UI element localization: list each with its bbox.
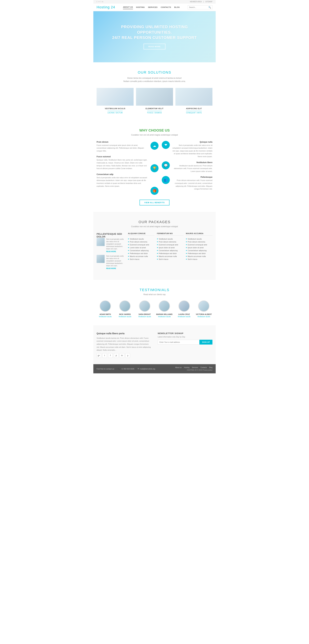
footer-nav-bottom: About us Hosting Services Contacts Blog	[175, 366, 212, 368]
why-item-4-text: Sed ut perspiciatis undis iste natus err…	[172, 144, 212, 158]
packages-section: OUR PACKAGES Curabitur non orci sit amet…	[93, 212, 216, 280]
solutions-subtitle: Donec lectus leo consequat sit amet vive…	[96, 76, 212, 83]
why-item-4-title: Quisque nulla	[172, 141, 212, 143]
footer-pinterest-icon[interactable]: p	[114, 353, 118, 358]
pkg-item-1: Sed ut perspiciatis undis iste natus err…	[96, 238, 126, 252]
list-item: Ipsum dolor sit amet	[157, 246, 184, 249]
email-icon: ✉	[138, 368, 139, 370]
main-nav: ABOUT US HOSTING SERVICES CONTACTS BLOG	[123, 5, 180, 9]
footer-social-icons: g+ t f p in y	[96, 353, 151, 358]
why-text-3: Consectetuer adip Sed ut perspiciatis un…	[96, 173, 147, 188]
why-icon-gift: 🎁	[150, 187, 158, 195]
footer-facebook-icon[interactable]: f	[108, 353, 113, 358]
nav-hosting[interactable]: HOSTING	[136, 6, 145, 9]
footer-twitter-icon[interactable]: t	[102, 353, 107, 358]
newsletter-title: NEWSLETTER SIGNUP	[158, 332, 212, 334]
footer-youtube-icon[interactable]: y	[126, 353, 130, 358]
nav-about[interactable]: ABOUT US	[123, 5, 133, 9]
why-left-col: Proin dictum Fusce euismod consequat ant…	[96, 141, 147, 195]
linkedin-icon[interactable]: in	[102, 1, 103, 2]
why-item-2-text: Quisque nulla. Vestibulum libero nisl, p…	[96, 158, 147, 170]
solution-image-2	[136, 88, 173, 106]
nav-blog[interactable]: BLOG	[174, 6, 180, 9]
testimonials-subtitle: Read what our clients say	[96, 293, 212, 296]
avatar-nick-harris	[119, 300, 130, 312]
list-item: Pellentesque sed dolor	[157, 252, 184, 255]
testimonial-role-2: Vestibulum iaculis	[116, 316, 134, 318]
nav-services[interactable]: SERVICES	[148, 6, 158, 9]
footer-nav-hosting[interactable]: Hosting	[184, 366, 190, 368]
packages-col-1: ALIQUAM CONGUE Vestibulum iaculis Proin …	[128, 232, 154, 272]
why-text-6: Pellentesque Proin dictum elementum veli…	[172, 176, 212, 190]
logo[interactable]: Hosting 24	[96, 5, 115, 9]
hero-read-more-button[interactable]: READ MORE	[144, 44, 166, 50]
footer-about: Quisque nulla libero porta Vestibulum ia…	[96, 332, 151, 358]
testimonial-name-6: VICTORIA ALBERT	[195, 313, 212, 315]
testimonials-section: TESTIMONIALS Read what our clients say A…	[93, 280, 216, 326]
solutions-section: OUR SOLUTIONS Donec lectus leo consequat…	[93, 62, 216, 122]
why-item-4: Quisque nulla Sed ut perspiciatis undis …	[162, 141, 212, 158]
list-item: Vestibulum iaculis	[186, 238, 212, 240]
testimonial-card-4: MARIAN WILLIAMS Vestibulum iaculis	[156, 300, 173, 318]
why-item-6: Pellentesque Proin dictum elementum veli…	[162, 176, 212, 190]
pkg-read-more-2[interactable]: READ MORE	[106, 268, 126, 269]
newsletter-subtitle: Latest information only Day by Day	[158, 336, 212, 338]
member-area-link[interactable]: MEMBER AREA	[190, 1, 202, 2]
sitemap-link[interactable]: SITEMAP	[205, 1, 212, 2]
why-item-1-text: Fusce euismod consequat ante ipsum dolor…	[96, 144, 147, 152]
twitter-icon2[interactable]: ✦	[98, 1, 100, 2]
why-item-5-text: Vestibulum iaculis lacinia est. Proin di…	[172, 164, 212, 173]
list-item: Proin dictum elementu	[186, 240, 212, 243]
footer-nav-services[interactable]: Services	[192, 366, 198, 368]
why-item-5-title: Vestibulum libero	[172, 161, 212, 164]
testimonial-card-6: VICTORIA ALBERT Vestibulum iaculis	[195, 300, 212, 318]
footer-google-icon[interactable]: g+	[96, 353, 101, 358]
list-item: Lorem dolor sit amet	[128, 246, 154, 249]
search-input[interactable]	[189, 6, 208, 8]
pkg-item-1-content: Sed ut perspiciatis undis iste natus err…	[106, 238, 126, 252]
why-item-6-title: Pellentesque	[172, 176, 212, 178]
list-item: Consectetuer adipiscing	[128, 249, 154, 252]
testimonials-title: TESTIMONIALS	[96, 288, 212, 292]
why-item-6-text: Proin dictum elementum velit. Fusce euis…	[172, 179, 212, 190]
why-right-col: Quisque nulla Sed ut perspiciatis undis …	[162, 141, 212, 195]
packages-col-1-list: Vestibulum iaculis Proin dictum elementu…	[128, 238, 154, 261]
testimonial-card-5: LAURA CRUZ Vestibulum iaculis	[176, 300, 193, 318]
testimonial-name-4: MARIAN WILLIAMS	[156, 313, 173, 315]
solution-title-2: ELEMENTUM VELIT	[136, 108, 173, 110]
newsletter-signup-button[interactable]: SIGN UP	[200, 340, 212, 344]
solution-title-1: VESTIBULUM IACULIS	[96, 108, 134, 110]
list-item: Pellentesque sed dolor	[186, 252, 212, 255]
nav-contacts[interactable]: CONTACTS	[161, 6, 171, 9]
packages-col-1-heading: ALIQUAM CONGUE	[128, 232, 154, 236]
footer-nav-contacts[interactable]: Contacts	[200, 366, 207, 368]
solutions-grid: VESTIBULUM IACULIS LACINIA / DICTUM ELEM…	[96, 88, 212, 114]
testimonial-role-4: Vestibulum iaculis	[156, 316, 173, 318]
footer-nav-blog[interactable]: Blog	[209, 366, 212, 368]
list-item: Consectetuer adipiscing	[157, 249, 184, 252]
why-text-4: Quisque nulla Sed ut perspiciatis undis …	[172, 141, 212, 158]
pkg-read-more-1[interactable]: READ MORE	[106, 251, 126, 252]
footer-linkedin-icon[interactable]: in	[120, 353, 124, 358]
testimonial-role-5: Vestibulum iaculis	[176, 316, 193, 318]
facebook-icon[interactable]: f	[100, 1, 101, 2]
testimonial-name-5: LAURA CRUZ	[176, 313, 193, 315]
why-text-2: Fusce euismod Quisque nulla. Vestibulum …	[96, 156, 147, 170]
footer-copyright: HOSTING 24 © 2015 Privacy policy	[187, 369, 212, 371]
why-section: WHY CHOOSE US Curabitur non orci sit ame…	[93, 122, 216, 212]
footer-about-title: Quisque nulla libero porta	[96, 332, 151, 335]
solution-title-3: ADIPISCING ELIT	[176, 108, 212, 110]
view-benefits-button[interactable]: VIEW ALL BENEFITS	[140, 200, 170, 206]
search-button[interactable]: 🔍	[208, 6, 211, 8]
testimonial-name-2: NICK HARRIS	[116, 313, 134, 315]
list-item: Euismod consequat ante	[186, 243, 212, 246]
newsletter-email-input[interactable]	[158, 340, 200, 344]
top-bar-links: MEMBER AREA | SITEMAP	[190, 1, 212, 2]
avatar-victoria-albert	[198, 300, 210, 312]
packages-subtitle: Curabitur non orci sit amet magna sceler…	[96, 226, 212, 228]
pkg-item-2: Sed ut perspiciatis undis iste natus err…	[96, 255, 126, 269]
solution-card-2: ELEMENTUM VELIT FUSCE / DISMISS	[136, 88, 173, 114]
footer-nav-about[interactable]: About us	[175, 366, 182, 368]
testimonial-role-1: Vestibulum iaculis	[96, 316, 114, 318]
twitter-icon[interactable]: 𝕥	[96, 1, 97, 2]
